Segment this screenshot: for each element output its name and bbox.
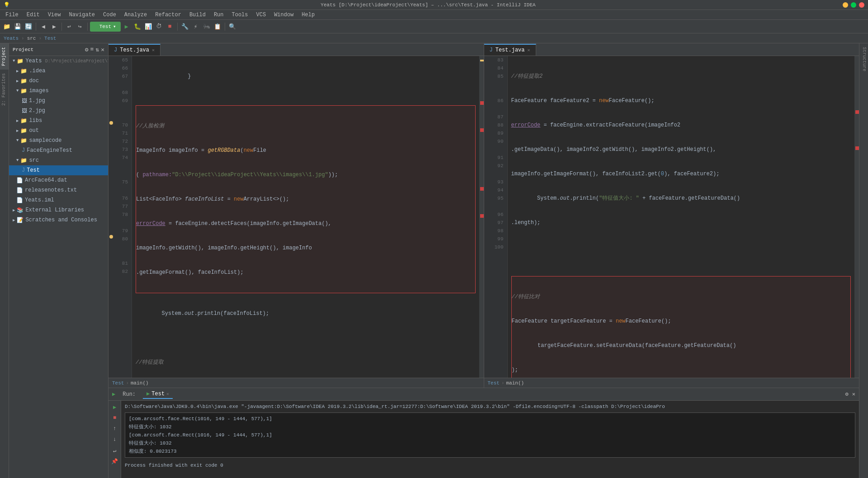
coverage-button[interactable]: 📊 <box>143 22 153 32</box>
menu-navigate[interactable]: Navigate <box>65 11 99 19</box>
main-layout: Project 2: Favorites Project ⚙ ≡ ⇅ ✕ ▼ 📁… <box>0 43 868 478</box>
stop-run-button[interactable]: ■ <box>110 413 119 422</box>
forward-button[interactable]: ▶ <box>49 22 59 32</box>
run-settings-icon[interactable]: ⚙ <box>845 391 849 398</box>
tree-label: doc <box>29 78 39 84</box>
menu-window[interactable]: Window <box>270 11 297 19</box>
save-button[interactable]: 💾 <box>13 22 23 32</box>
run-tab-close[interactable]: ✕ <box>166 391 169 397</box>
tree-item-images[interactable]: ▼ 📁 images <box>9 86 108 96</box>
tree-item-1jpg[interactable]: 🖼 1.jpg <box>9 96 108 106</box>
maven-button[interactable]: 🔧 <box>180 22 190 32</box>
tree-item-2jpg[interactable]: 🖼 2.jpg <box>9 106 108 116</box>
left-editor-scrollbar[interactable] <box>479 56 484 378</box>
stop-button[interactable]: ■ <box>165 22 175 32</box>
run-panel-close-icon[interactable]: ✕ <box>852 391 855 398</box>
scroll-down-button[interactable]: ↓ <box>110 435 119 444</box>
profile-button[interactable]: ⏱ <box>154 22 164 32</box>
tree-item-libs[interactable]: ▶ 📁 libs <box>9 116 108 126</box>
right-code-content[interactable]: //特征提取2 FaceFeature faceFeature2 = new F… <box>508 56 855 378</box>
nav-item-test[interactable]: Test <box>44 36 56 41</box>
run-config-label: Test <box>99 24 111 29</box>
tree-item-releasenotes[interactable]: 📄 releasenotes.txt <box>9 185 108 195</box>
run-tab-test-label: Test <box>151 391 165 397</box>
structure-tab[interactable]: Structure <box>859 43 868 75</box>
ant-button[interactable]: 🐜 <box>202 22 212 32</box>
pin-button[interactable]: 📌 <box>110 457 119 466</box>
nav-item-src[interactable]: src <box>27 36 36 41</box>
sync-button[interactable]: 🔄 <box>24 22 33 32</box>
tree-item-yeats-iml[interactable]: 📄 Yeats.iml <box>9 195 108 205</box>
tree-item-arcface64[interactable]: 📄 ArcFace64.dat <box>9 175 108 185</box>
debug-button[interactable]: 🐛 <box>132 22 142 32</box>
menu-tools[interactable]: Tools <box>228 11 252 19</box>
run-button[interactable]: ▶ <box>122 22 132 32</box>
tree-item-faceenginetest[interactable]: J FaceEngineTest <box>9 145 108 155</box>
tree-item-yeats[interactable]: ▼ 📁 Yeats D:\Project\ideaProject\Yeats <box>9 56 108 66</box>
menu-refactor[interactable]: Refactor <box>151 11 185 19</box>
menu-view[interactable]: View <box>44 11 65 19</box>
project-sidebar: Project ⚙ ≡ ⇅ ✕ ▼ 📁 Yeats D:\Project\ide… <box>9 43 108 478</box>
menu-analyze[interactable]: Analyze <box>121 11 151 19</box>
search-button[interactable]: 🔍 <box>227 22 237 32</box>
sidebar-close-icon[interactable]: ✕ <box>101 46 104 53</box>
menu-file[interactable]: File <box>2 11 22 19</box>
right-tab-test-java[interactable]: J Test.java ✕ <box>484 44 536 56</box>
right-editor-scrollbar[interactable] <box>854 56 859 378</box>
menu-edit[interactable]: Edit <box>23 11 43 19</box>
scroll-up-button[interactable]: ↑ <box>110 424 119 433</box>
redo-button[interactable]: ↪ <box>75 22 85 32</box>
right-editor-pane: 83 84 85 86 87 88 89 90 91 92 <box>484 56 859 388</box>
left-editor-pane: 65 66 67 68 69 70 71 72 73 74 <box>108 56 484 388</box>
nav-item-yeats[interactable]: Yeats <box>4 36 19 41</box>
wrap-button[interactable]: ↵ <box>110 446 119 455</box>
menu-build[interactable]: Build <box>186 11 209 19</box>
tree-item-out[interactable]: ▶ 📁 out <box>9 126 108 136</box>
commander-button[interactable]: 📋 <box>212 22 222 32</box>
back-button[interactable]: ◀ <box>38 22 48 32</box>
favorites-tab[interactable]: 2: Favorites <box>0 70 9 109</box>
generate-button[interactable]: ⚡ <box>191 22 201 32</box>
project-tree: ▼ 📁 Yeats D:\Project\ideaProject\Yeats ▶… <box>9 56 108 478</box>
rerun-button[interactable]: ▶ <box>110 403 119 412</box>
sidebar-settings-icon[interactable]: ⚙ <box>85 46 89 53</box>
tree-item-test[interactable]: J Test <box>9 165 108 175</box>
left-tab-test-java[interactable]: J Test.java ✕ <box>108 44 160 56</box>
r-breadcrumb-main: main() <box>506 380 524 386</box>
code-line-69b: imageInfo.getWidth(), imageInfo.getHeigh… <box>136 244 475 252</box>
breadcrumb-test: Test <box>112 380 124 386</box>
maximize-button[interactable] <box>851 2 856 8</box>
open-project-button[interactable]: 📁 <box>2 22 12 32</box>
run-tab-test-icon: ▶ <box>146 390 150 397</box>
left-breadcrumb: Test › main() <box>108 378 484 388</box>
right-code-editor[interactable]: 83 84 85 86 87 88 89 90 91 92 <box>484 56 859 378</box>
sidebar-sort-icon[interactable]: ≡ <box>90 46 94 53</box>
project-tab[interactable]: Project <box>0 43 9 70</box>
left-code-content[interactable]: } //人脸检测 ImageInfo imageInfo = getRGBDat… <box>132 56 479 378</box>
run-tab-run[interactable]: Run: <box>119 390 139 398</box>
tree-item-idea[interactable]: ▶ 📁 .idea <box>9 66 108 76</box>
tab-close-left[interactable]: ✕ <box>152 47 155 53</box>
tree-label: Scratches and Consoles <box>25 217 97 223</box>
sidebar-expand-icon[interactable]: ⇅ <box>95 46 99 53</box>
tree-item-doc[interactable]: ▶ 📁 doc <box>9 76 108 86</box>
tree-item-external-libs[interactable]: ▶ 📚 External Libraries <box>9 205 108 215</box>
tree-item-samplecode[interactable]: ▼ 📁 samplecode <box>9 136 108 145</box>
tab-close-right[interactable]: ✕ <box>528 47 530 53</box>
menu-run[interactable]: Run <box>210 11 227 19</box>
minimize-button[interactable] <box>843 2 848 8</box>
tree-item-scratches[interactable]: ▶ 📝 Scratches and Consoles <box>9 215 108 225</box>
menu-code[interactable]: Code <box>99 11 120 19</box>
java-icon: J <box>22 147 25 154</box>
menu-help[interactable]: Help <box>298 11 318 19</box>
close-button[interactable] <box>859 2 864 8</box>
run-config-button[interactable]: ▶ Test ▾ <box>90 22 121 32</box>
left-code-editor[interactable]: 65 66 67 68 69 70 71 72 73 74 <box>108 56 484 378</box>
run-output-line-2: 特征值大小: 1032 <box>129 423 851 431</box>
tree-item-src[interactable]: ▼ 📁 src <box>9 155 108 165</box>
bookmark-marker-2 <box>109 235 113 239</box>
toolbar-sep-4 <box>177 23 178 31</box>
run-tab-test[interactable]: ▶ Test ✕ <box>143 389 173 399</box>
menu-vcs[interactable]: VCS <box>253 11 270 19</box>
undo-button[interactable]: ↩ <box>64 22 74 32</box>
